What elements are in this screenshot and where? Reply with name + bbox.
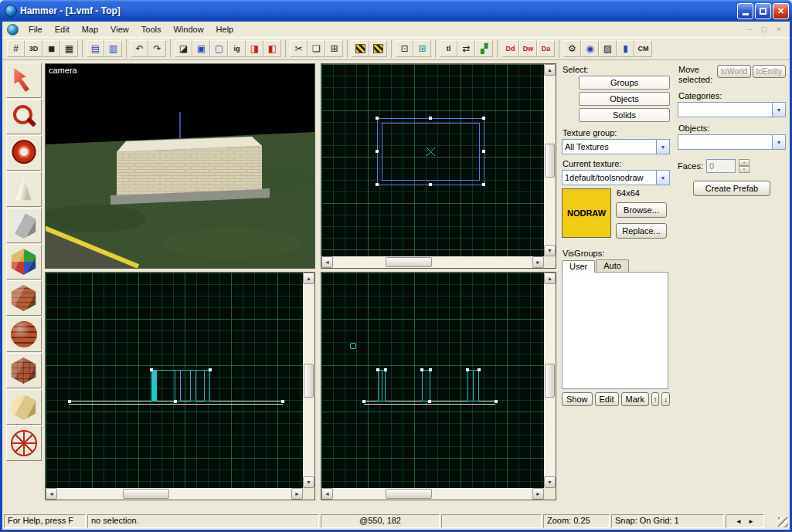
cm-button[interactable]: CM (634, 40, 652, 57)
status-pan-right-icon[interactable]: ► (748, 518, 754, 525)
move-down-button[interactable]: ↓ (661, 392, 670, 406)
menu-tools[interactable]: Tools (135, 23, 168, 36)
scrollbar-track[interactable] (544, 284, 556, 476)
scrollbar-thumb[interactable] (386, 257, 432, 267)
ungroup-button[interactable]: ▢ (210, 40, 228, 57)
top-view-canvas[interactable] (321, 64, 544, 256)
scroll-down-button[interactable]: ▼ (303, 476, 314, 488)
hide-unselected-button[interactable]: ◧ (263, 40, 281, 57)
apply-overlays-button[interactable] (6, 353, 42, 388)
toggle-models-button[interactable]: ◉ (581, 40, 599, 57)
dropdown-arrow-icon[interactable]: ▼ (772, 103, 785, 117)
scroll-left-button[interactable]: ◄ (321, 256, 333, 268)
dropdown-arrow-icon[interactable]: ▼ (656, 140, 669, 154)
scroll-up-button[interactable]: ▲ (544, 273, 556, 284)
viewport-2d-front[interactable]: ▲ ▼ ◄ ► (45, 272, 315, 500)
scrollbar-track[interactable] (303, 284, 314, 476)
faces-spin-up-button[interactable]: ▲ (739, 159, 750, 166)
cut-button[interactable]: ✂ (290, 40, 308, 57)
visgroups-tab-auto[interactable]: Auto (596, 259, 629, 272)
block-tool-button[interactable] (6, 208, 42, 243)
texture-application-tool-button[interactable] (6, 244, 42, 280)
to-world-button[interactable]: toWorld (717, 65, 750, 78)
scrollbar-track[interactable] (333, 256, 532, 268)
viewport-2d-side[interactable]: ▲ ▼ ◄ ► (321, 272, 556, 500)
faces-spin-down-button[interactable]: ▼ (739, 166, 750, 173)
dropdown-arrow-icon[interactable]: ▼ (656, 171, 669, 185)
scrollbar-thumb[interactable] (123, 489, 169, 499)
menu-file[interactable]: File (22, 23, 49, 36)
replace-button[interactable]: Replace... (616, 223, 667, 239)
current-texture-combo[interactable]: 1default/toolsnodraw ▼ (562, 170, 670, 185)
scroll-down-button[interactable]: ▼ (544, 245, 556, 256)
scroll-left-button[interactable]: ◄ (321, 488, 333, 500)
scrollbar-thumb[interactable] (386, 489, 432, 499)
menu-map[interactable]: Map (76, 23, 104, 36)
viewport-3d-canvas[interactable] (46, 64, 314, 268)
browse-button[interactable]: Browse... (616, 202, 667, 218)
vertical-scrollbar[interactable]: ▲ ▼ (303, 273, 314, 488)
save-window-state-button[interactable]: ▥ (104, 40, 122, 57)
selection-tool-button[interactable] (6, 63, 42, 98)
texture-scale-lock-button[interactable]: ⇄ (457, 40, 475, 57)
minimize-button[interactable] (737, 3, 753, 19)
menu-window[interactable]: Window (167, 23, 209, 36)
select-touching-button[interactable]: ⊡ (396, 40, 413, 57)
select-objects-button[interactable]: Objects (579, 92, 670, 106)
move-up-button[interactable]: ↑ (651, 392, 660, 406)
scroll-right-button[interactable]: ► (532, 488, 544, 500)
undo-button[interactable]: ↶ (131, 40, 148, 57)
maximize-button[interactable] (755, 3, 771, 19)
scroll-right-button[interactable]: ► (532, 256, 544, 268)
carve-button[interactable]: ◪ (175, 40, 192, 57)
smaller-grid-button[interactable]: ▦ (42, 40, 60, 57)
texture-lock-button[interactable]: tl (440, 40, 457, 57)
cordon-edit-button[interactable] (352, 40, 369, 57)
disp-mask-alpha-button[interactable]: Da (537, 40, 555, 57)
hide-selected-button[interactable]: ◨ (246, 40, 263, 57)
vertical-scrollbar[interactable]: ▲ ▼ (544, 64, 556, 256)
close-button[interactable]: ✕ (773, 3, 789, 19)
group-button[interactable]: ▣ (192, 40, 210, 57)
magnify-tool-button[interactable] (6, 99, 42, 134)
side-view-canvas[interactable] (321, 273, 544, 488)
vertex-tool-button[interactable] (6, 425, 42, 461)
disp-mask-walkable-button[interactable]: Dw (519, 40, 537, 57)
scroll-up-button[interactable]: ▲ (544, 64, 556, 76)
edit-button[interactable]: Edit (595, 392, 619, 406)
menu-view[interactable]: View (104, 23, 135, 36)
scroll-left-button[interactable]: ◄ (46, 488, 57, 500)
horizontal-scrollbar[interactable]: ◄ ► (46, 488, 303, 500)
front-view-canvas[interactable] (46, 273, 303, 488)
toggle-3d-grid-button[interactable]: 3D (25, 40, 42, 57)
clipping-tool-button[interactable] (6, 389, 42, 425)
toggle-helpers-button[interactable]: ⚙ (563, 40, 581, 57)
status-pan-left-icon[interactable]: ◄ (736, 518, 742, 525)
load-window-state-button[interactable]: ▤ (87, 40, 104, 57)
menu-help[interactable]: Help (210, 23, 240, 36)
redo-button[interactable]: ↷ (148, 40, 166, 57)
paste-button[interactable]: ⊞ (325, 40, 343, 57)
viewport-3d-camera[interactable]: camera (45, 63, 315, 269)
categories-combo[interactable]: ▼ (678, 102, 786, 117)
toggle-grid-button[interactable]: # (7, 40, 25, 57)
horizontal-scrollbar[interactable]: ◄ ► (321, 256, 544, 268)
scrollbar-thumb[interactable] (545, 144, 555, 178)
texture-group-combo[interactable]: All Textures ▼ (562, 139, 670, 154)
cordon-toggle-button[interactable] (369, 40, 387, 57)
menu-edit[interactable]: Edit (49, 23, 76, 36)
camera-tool-button[interactable] (6, 135, 42, 171)
toggle-detail-button[interactable]: ▨ (599, 40, 617, 57)
larger-grid-button[interactable]: ▦ (60, 40, 78, 57)
horizontal-scrollbar[interactable]: ◄ ► (321, 488, 544, 500)
apply-decals-button[interactable] (6, 317, 42, 352)
toggle-opaque-button[interactable]: ▮ (617, 40, 634, 57)
entity-tool-button[interactable] (6, 171, 42, 207)
create-prefab-button[interactable]: Create Prefab (693, 181, 770, 196)
mark-button[interactable]: Mark (621, 392, 649, 406)
apply-current-texture-button[interactable] (6, 280, 42, 316)
scrollbar-track[interactable] (544, 76, 556, 245)
show-button[interactable]: Show (562, 392, 593, 406)
visgroups-tab-user[interactable]: User (562, 260, 595, 273)
scroll-right-button[interactable]: ► (291, 488, 303, 500)
